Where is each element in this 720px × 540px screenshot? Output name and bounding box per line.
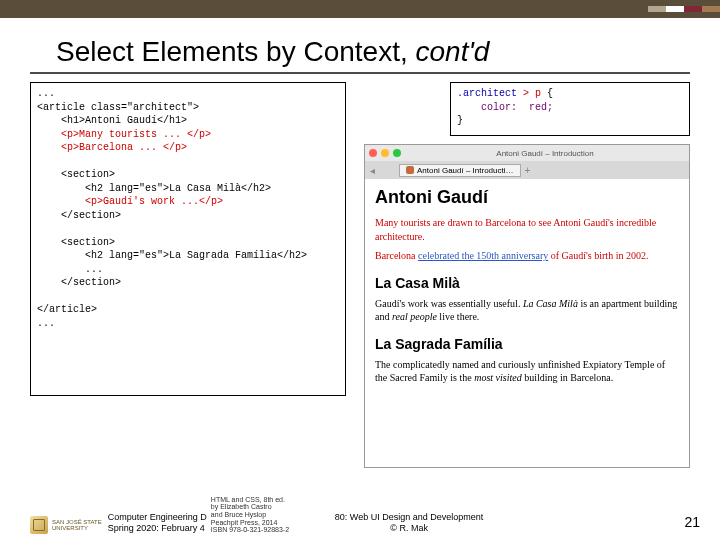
intro-paragraph-1: Many tourists are drawn to Barcelona to …	[375, 216, 679, 243]
page-number: 21	[684, 514, 700, 530]
page-h1: Antoni Gaudí	[375, 187, 679, 208]
anniversary-link[interactable]: celebrated the 150th anniversary	[418, 250, 548, 261]
stripe-accent-row	[0, 6, 720, 12]
tab-label: Antoni Gaudí – Introducti…	[417, 166, 514, 175]
favicon-icon	[406, 166, 414, 174]
intro-paragraph-2: Barcelona celebrated the 150th anniversa…	[375, 249, 679, 263]
close-icon[interactable]	[369, 149, 377, 157]
title-main: Select Elements by Context,	[56, 36, 416, 67]
css-code-box: .architect > p { color: red; }	[450, 82, 690, 136]
html-code-box: ... <article class="architect"> <h1>Anto…	[30, 82, 346, 396]
sagrada-paragraph: The complicatedly named and curiously un…	[375, 358, 679, 385]
title-rule	[30, 72, 690, 74]
tab-prev-icon[interactable]: ◂	[365, 165, 379, 176]
browser-tabbar: ◂ Antoni Gaudí – Introducti… +	[365, 161, 689, 179]
slide-footer: SAN JOSÉ STATE UNIVERSITY Computer Engin…	[30, 496, 700, 534]
book-citation: HTML and CSS, 8th ed. by Elizabeth Castr…	[211, 496, 331, 534]
browser-tab[interactable]: Antoni Gaudí – Introducti…	[399, 164, 521, 177]
content-area: ... <article class="architect"> <h1>Anto…	[30, 82, 690, 482]
sjsu-logo-icon	[30, 516, 48, 534]
section-h2-sagrada: La Sagrada Família	[375, 336, 679, 352]
zoom-icon[interactable]	[393, 149, 401, 157]
browser-body: Antoni Gaudí Many tourists are drawn to …	[365, 179, 689, 397]
window-title: Antoni Gaudí – Introduction	[405, 149, 685, 158]
slide-title: Select Elements by Context, cont'd	[56, 36, 720, 68]
dept-block: Computer Engineering D Spring 2020: Febr…	[108, 512, 207, 534]
stripe-solid-2	[0, 12, 720, 18]
sjsu-text: SAN JOSÉ STATE UNIVERSITY	[52, 519, 102, 531]
casa-paragraph: Gaudí's work was essentially useful. La …	[375, 297, 679, 324]
title-suffix: cont'd	[416, 36, 490, 67]
course-block: 80: Web UI Design and Development © R. M…	[335, 512, 483, 534]
sjsu-logo-block: SAN JOSÉ STATE UNIVERSITY	[30, 516, 102, 534]
section-h2-casa: La Casa Milà	[375, 275, 679, 291]
browser-titlebar: Antoni Gaudí – Introduction	[365, 145, 689, 161]
browser-preview: Antoni Gaudí – Introduction ◂ Antoni Gau…	[364, 144, 690, 468]
minimize-icon[interactable]	[381, 149, 389, 157]
new-tab-icon[interactable]: +	[525, 165, 531, 176]
